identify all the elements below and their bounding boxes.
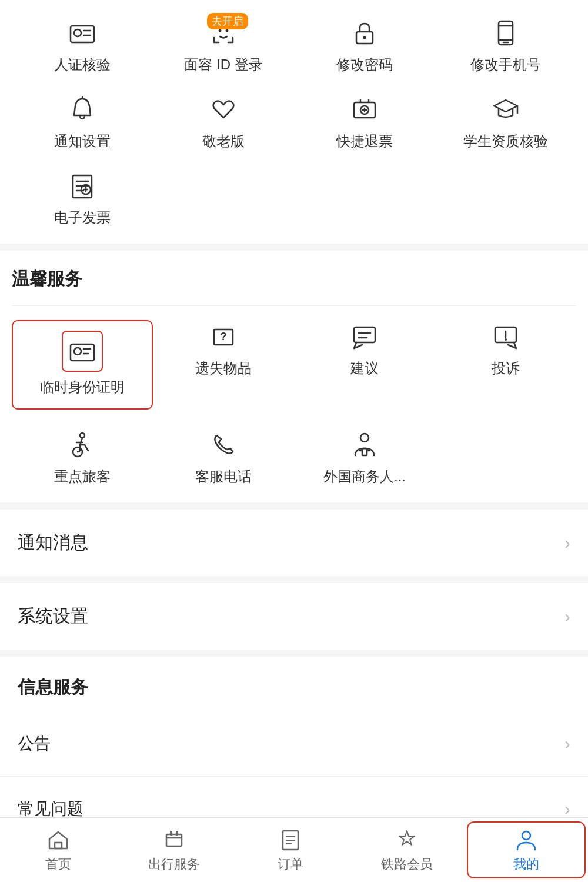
change-phone-icon-wrap — [489, 16, 522, 49]
home-nav-label: 首页 — [45, 856, 71, 873]
svg-rect-51 — [176, 831, 178, 836]
face-id-label: 面容 ID 登录 — [184, 55, 262, 74]
suggestion-label: 建议 — [350, 359, 379, 378]
elder-mode-label: 敬老版 — [202, 132, 245, 151]
svg-rect-47 — [55, 843, 62, 848]
travel-nav-icon — [162, 827, 186, 852]
wheelchair-icon-wrap — [66, 428, 99, 461]
heart-icon — [208, 94, 239, 125]
temp-id-icon-wrap — [62, 331, 103, 372]
customer-service-item[interactable]: 客服电话 — [153, 428, 294, 486]
system-settings-title: 系统设置 — [18, 604, 88, 628]
face-id-badge: 去开启 — [207, 13, 248, 29]
suggestion-icon-wrap — [348, 320, 381, 353]
face-id-item[interactable]: 去开启 面容 ID 登录 — [153, 16, 294, 74]
e-invoice-label: 电子发票 — [54, 208, 111, 227]
quick-refund-item[interactable]: 快捷退票 — [294, 93, 435, 151]
top-icon-grid: 人证核验 去开启 面容 ID 登录 — [12, 16, 576, 227]
phone-icon — [490, 18, 521, 48]
svg-point-29 — [74, 348, 81, 355]
info-service-section: 信息服务 公告 › 常见问题 › — [0, 657, 588, 841]
svg-rect-50 — [170, 831, 172, 836]
nav-orders[interactable]: 订单 — [232, 818, 349, 882]
svg-point-39 — [505, 338, 507, 341]
svg-point-4 — [219, 29, 222, 32]
membership-nav-label: 铁路会员 — [381, 856, 433, 873]
e-invoice-item[interactable]: 电子发票 — [12, 169, 153, 227]
system-settings-chevron: › — [564, 607, 570, 627]
svg-point-1 — [74, 29, 81, 36]
nav-home[interactable]: 首页 — [0, 818, 116, 882]
foreign-icon-wrap — [348, 428, 381, 461]
svg-point-43 — [360, 434, 369, 442]
bell-icon — [67, 94, 98, 125]
complaint-icon — [490, 321, 521, 352]
foreign-biz-label: 外国商务人... — [323, 467, 406, 486]
vip-passenger-item[interactable]: 重点旅客 — [12, 428, 153, 486]
graduation-icon — [490, 94, 521, 125]
suggestion-item[interactable]: 建议 — [294, 320, 435, 410]
foreign-icon — [349, 430, 380, 460]
refund-icon — [349, 94, 380, 125]
lost-items-item[interactable]: ? 遗失物品 — [153, 320, 294, 410]
svg-point-5 — [226, 29, 229, 32]
svg-point-56 — [522, 831, 530, 840]
nav-membership[interactable]: 铁路会员 — [349, 818, 465, 882]
notify-settings-item[interactable]: 通知设置 — [12, 93, 153, 151]
temp-id-highlight[interactable]: 临时身份证明 — [12, 320, 153, 410]
my-nav-label: 我的 — [513, 856, 539, 873]
graduation-icon-wrap — [489, 93, 522, 126]
svg-point-7 — [363, 36, 366, 39]
complaint-label: 投诉 — [492, 359, 520, 378]
face-id-icon-wrap: 去开启 — [207, 16, 240, 49]
temp-id-icon — [67, 336, 98, 367]
change-pwd-label: 修改密码 — [336, 55, 393, 74]
vip-passenger-label: 重点旅客 — [54, 467, 111, 486]
system-settings-section: 系统设置 › — [0, 583, 588, 650]
svg-text:?: ? — [220, 331, 227, 342]
info-service-title: 信息服务 — [0, 657, 588, 711]
id-card-icon — [67, 18, 98, 48]
notify-settings-label: 通知设置 — [54, 132, 111, 151]
announcement-item[interactable]: 公告 › — [0, 711, 588, 777]
notify-icon-wrap — [66, 93, 99, 126]
warm-divider — [12, 305, 576, 306]
refund-icon-wrap — [348, 93, 381, 126]
travel-nav-label: 出行服务 — [148, 856, 200, 873]
id-verify-icon-wrap — [66, 16, 99, 49]
svg-marker-19 — [494, 100, 517, 112]
nav-travel[interactable]: 出行服务 — [116, 818, 233, 882]
change-pwd-item[interactable]: 修改密码 — [294, 16, 435, 74]
notification-section: 通知消息 › — [0, 510, 588, 576]
system-settings-item[interactable]: 系统设置 › — [0, 583, 588, 650]
student-verify-item[interactable]: 学生资质核验 — [435, 93, 576, 151]
nav-my[interactable]: 我的 — [467, 821, 586, 878]
student-verify-label: 学生资质核验 — [463, 132, 548, 151]
warm-service-card: 温馨服务 临时身份证明 — [0, 251, 588, 502]
orders-nav-label: 订单 — [278, 856, 303, 873]
id-verify-item[interactable]: 人证核验 — [12, 16, 153, 74]
elder-mode-item[interactable]: 敬老版 — [153, 93, 294, 151]
temp-id-item[interactable]: 临时身份证明 — [25, 331, 140, 397]
home-nav-icon — [46, 827, 71, 852]
svg-rect-8 — [499, 21, 513, 45]
lock-icon — [349, 18, 380, 48]
change-pwd-icon-wrap — [348, 16, 381, 49]
warm-service-title: 温馨服务 — [12, 267, 576, 291]
quick-refund-label: 快捷退票 — [336, 132, 393, 151]
lost-icon: ? — [208, 321, 239, 352]
faq-chevron: › — [564, 799, 570, 819]
complaint-item[interactable]: 投诉 — [435, 320, 576, 410]
phone-service-icon — [208, 430, 239, 460]
announcement-label: 公告 — [18, 733, 51, 755]
notification-item[interactable]: 通知消息 › — [0, 510, 588, 576]
lost-icon-wrap: ? — [207, 320, 240, 353]
svg-rect-44 — [362, 448, 367, 455]
svg-rect-48 — [166, 834, 182, 846]
complaint-icon-wrap — [489, 320, 522, 353]
change-phone-item[interactable]: 修改手机号 — [435, 16, 576, 74]
svg-rect-34 — [354, 327, 375, 342]
foreign-biz-item[interactable]: 外国商务人... — [294, 428, 435, 486]
temp-id-label: 临时身份证明 — [40, 378, 125, 397]
wheelchair-icon — [67, 430, 98, 460]
